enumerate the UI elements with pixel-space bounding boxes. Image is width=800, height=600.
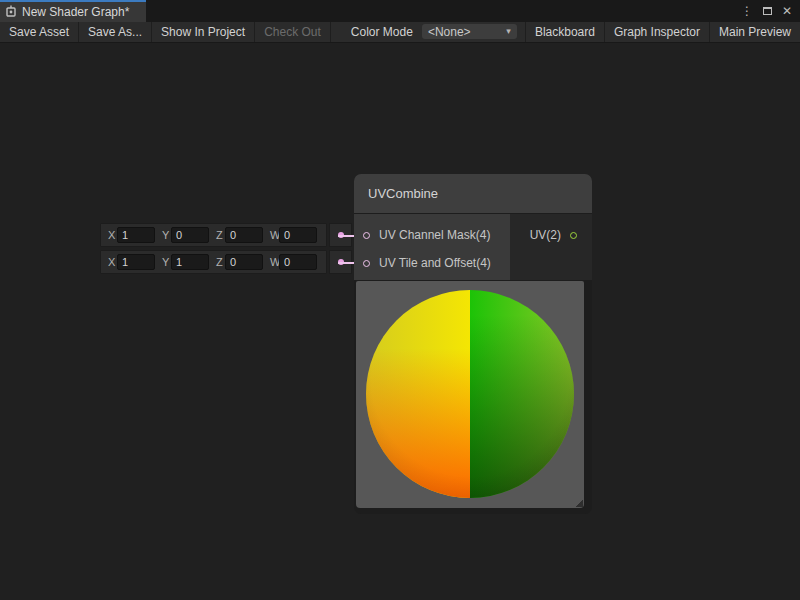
shader-graph-asset-icon: [5, 3, 17, 21]
input-port-label: UV Tile and Offset(4): [379, 256, 491, 270]
output-port-icon[interactable]: [570, 232, 577, 239]
main-preview-button[interactable]: Main Preview: [710, 22, 800, 42]
save-as-button[interactable]: Save As...: [79, 22, 152, 42]
show-in-project-button[interactable]: Show In Project: [152, 22, 255, 42]
input-port-icon[interactable]: [363, 232, 370, 239]
node-input-section: UV Channel Mask(4) UV Tile and Offset(4): [354, 214, 510, 280]
input-port-label: UV Channel Mask(4): [379, 228, 490, 242]
blackboard-button[interactable]: Blackboard: [525, 22, 605, 42]
chevron-down-icon: ▾: [506, 27, 511, 36]
vector-field-w[interactable]: [279, 254, 317, 270]
field-label-w: W: [270, 229, 277, 241]
save-asset-button[interactable]: Save Asset: [0, 22, 79, 42]
graph-canvas[interactable]: X Y Z W X Y Z W UVCombine: [0, 43, 800, 600]
toolbar-spacer: [331, 22, 343, 42]
graph-inspector-button[interactable]: Graph Inspector: [605, 22, 710, 42]
sphere-left-half: [366, 290, 470, 498]
field-label-z: Z: [216, 229, 223, 241]
field-label-z: Z: [216, 256, 223, 268]
color-mode-label: Color Mode: [343, 22, 422, 42]
shader-graph-window: New Shader Graph* ⋮ ✕ Save Asset Save As…: [0, 0, 800, 600]
field-label-y: Y: [162, 256, 169, 268]
node-preview[interactable]: [356, 281, 584, 508]
vector4-input-row-1: X Y Z W: [100, 223, 327, 247]
input-port-row: UV Channel Mask(4): [354, 221, 510, 249]
close-icon[interactable]: ✕: [779, 2, 795, 20]
node-uvcombine[interactable]: UVCombine UV Channel Mask(4) UV Tile and…: [354, 174, 592, 514]
vector-field-y[interactable]: [171, 227, 209, 243]
vector-field-z[interactable]: [225, 254, 263, 270]
output-port-row: UV(2): [510, 221, 592, 249]
window-controls: ⋮ ✕: [739, 0, 800, 22]
vector-field-y[interactable]: [171, 254, 209, 270]
field-label-x: X: [108, 256, 115, 268]
node-title: UVCombine: [368, 186, 438, 201]
input-port-row: UV Tile and Offset(4): [354, 249, 510, 277]
tab-bar: New Shader Graph* ⋮ ✕: [0, 0, 800, 22]
vector-field-x[interactable]: [117, 254, 155, 270]
color-mode-value: <None>: [428, 25, 471, 39]
tab-title: New Shader Graph*: [22, 5, 129, 19]
vector4-input-row-2: X Y Z W: [100, 250, 327, 274]
menu-icon[interactable]: ⋮: [739, 2, 755, 20]
vector-field-z[interactable]: [225, 227, 263, 243]
node-output-section: UV(2): [510, 214, 592, 280]
maximize-icon[interactable]: [759, 2, 775, 20]
color-mode-dropdown[interactable]: <None> ▾: [422, 24, 517, 39]
field-label-w: W: [270, 256, 277, 268]
field-label-x: X: [108, 229, 115, 241]
vector-field-w[interactable]: [279, 227, 317, 243]
vector-field-x[interactable]: [117, 227, 155, 243]
preview-sphere: [366, 290, 574, 498]
node-ports: UV Channel Mask(4) UV Tile and Offset(4)…: [354, 214, 592, 280]
sphere-right-half: [470, 290, 574, 498]
field-label-y: Y: [162, 229, 169, 241]
check-out-button: Check Out: [255, 22, 331, 42]
tab-new-shader-graph[interactable]: New Shader Graph*: [0, 0, 146, 22]
toolbar: Save Asset Save As... Show In Project Ch…: [0, 22, 800, 43]
output-port-label: UV(2): [530, 228, 561, 242]
node-header[interactable]: UVCombine: [354, 174, 592, 214]
input-port-icon[interactable]: [363, 260, 370, 267]
